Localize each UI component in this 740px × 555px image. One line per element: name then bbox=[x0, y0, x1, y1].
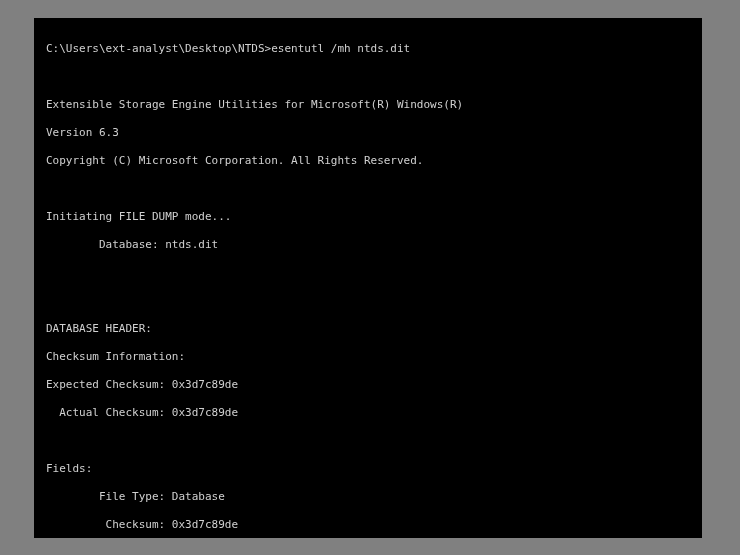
checksum-info-title: Checksum Information: bbox=[46, 350, 690, 364]
database-file-line: Database: ntds.dit bbox=[46, 238, 690, 252]
command-prompt-line: C:\Users\ext-analyst\Desktop\NTDS>esentu… bbox=[46, 42, 690, 56]
blank-line bbox=[46, 434, 690, 448]
blank-line bbox=[46, 70, 690, 84]
expected-checksum: Expected Checksum: 0x3d7c89de bbox=[46, 378, 690, 392]
terminal-window[interactable]: C:\Users\ext-analyst\Desktop\NTDS>esentu… bbox=[34, 18, 702, 538]
banner-copyright: Copyright (C) Microsoft Corporation. All… bbox=[46, 154, 690, 168]
banner-line: Extensible Storage Engine Utilities for … bbox=[46, 98, 690, 112]
banner-version: Version 6.3 bbox=[46, 126, 690, 140]
blank-line bbox=[46, 266, 690, 280]
database-header-title: DATABASE HEADER: bbox=[46, 322, 690, 336]
field-checksum: Checksum: 0x3d7c89de bbox=[46, 518, 690, 532]
prompt-text: C:\Users\ext-analyst\Desktop\NTDS>esentu… bbox=[46, 42, 410, 55]
initiating-line: Initiating FILE DUMP mode... bbox=[46, 210, 690, 224]
fields-title: Fields: bbox=[46, 462, 690, 476]
actual-checksum: Actual Checksum: 0x3d7c89de bbox=[46, 406, 690, 420]
field-file-type: File Type: Database bbox=[46, 490, 690, 504]
blank-line bbox=[46, 182, 690, 196]
blank-line bbox=[46, 294, 690, 308]
